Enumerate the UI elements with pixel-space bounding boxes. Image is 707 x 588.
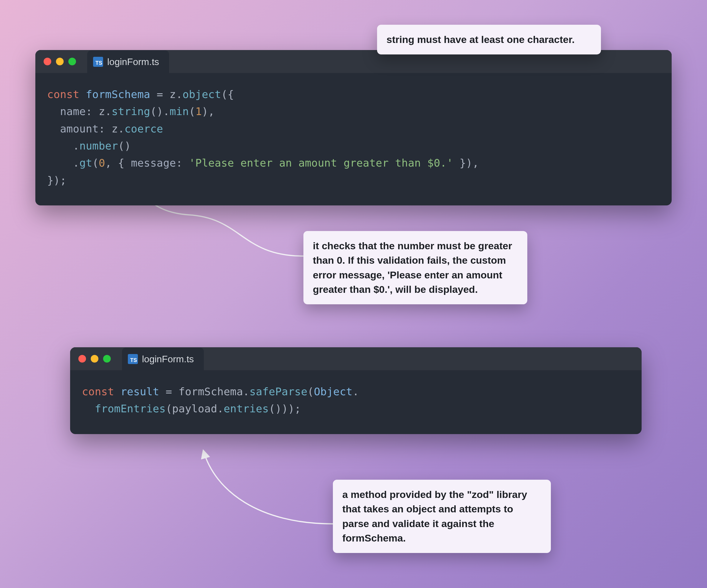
punct: ({ xyxy=(221,88,234,100)
canvas: TS loginForm.ts const formSchema = z.obj… xyxy=(0,0,707,588)
traffic-lights xyxy=(44,58,76,65)
punct: ( xyxy=(92,157,99,169)
punct: . xyxy=(352,385,359,398)
close-icon[interactable] xyxy=(78,355,86,363)
zoom-icon[interactable] xyxy=(68,58,76,65)
callout-text: it checks that the number must be greate… xyxy=(313,240,512,295)
punct: }), xyxy=(453,157,479,169)
method-safeParse: safeParse xyxy=(249,385,308,398)
file-tab[interactable]: TS loginForm.ts xyxy=(122,347,204,370)
zoom-icon[interactable] xyxy=(103,355,111,363)
punct: ), xyxy=(202,105,215,117)
method-object: object xyxy=(182,88,221,100)
prop-name: name xyxy=(60,105,86,117)
punct: (). xyxy=(150,105,170,117)
typescript-icon: TS xyxy=(93,57,103,67)
code-window-2: TS loginForm.ts const result = formSchem… xyxy=(70,347,642,434)
punct: : xyxy=(176,157,189,169)
close-icon[interactable] xyxy=(44,58,51,65)
indent xyxy=(47,123,60,135)
punct: = z. xyxy=(150,88,182,100)
string-literal: 'Please enter an amount greater than $0.… xyxy=(189,157,453,169)
method-string: string xyxy=(112,105,150,117)
code-window-1: TS loginForm.ts const formSchema = z.obj… xyxy=(35,50,672,206)
punct: , { xyxy=(105,157,131,169)
callout-text: string must have at least one character. xyxy=(386,34,575,45)
punct: ())); xyxy=(269,403,301,415)
traffic-lights xyxy=(78,355,111,363)
ident-result: result xyxy=(121,385,159,398)
typescript-icon: TS xyxy=(128,354,138,364)
prop-amount: amount xyxy=(60,123,99,135)
method-gt: gt xyxy=(79,157,92,169)
punct: }); xyxy=(47,174,67,186)
method-fromEntries: fromEntries xyxy=(95,403,166,415)
punct: (payload. xyxy=(166,403,224,415)
punct: : z. xyxy=(99,123,125,135)
method-min: min xyxy=(170,105,189,117)
indent: . xyxy=(47,157,79,169)
callout-2: it checks that the number must be greate… xyxy=(303,231,527,304)
punct: : z. xyxy=(86,105,112,117)
tab-filename: loginForm.ts xyxy=(142,354,194,365)
callout-text: a method provided by the "zod" library t… xyxy=(342,489,527,544)
file-tab[interactable]: TS loginForm.ts xyxy=(87,50,169,73)
indent xyxy=(82,403,95,415)
minimize-icon[interactable] xyxy=(91,355,98,363)
prop-message: message xyxy=(131,157,176,169)
ident-Object: Object xyxy=(314,385,352,398)
num-0: 0 xyxy=(99,157,105,169)
num-1: 1 xyxy=(195,105,202,117)
method-coerce: coerce xyxy=(125,123,163,135)
indent: . xyxy=(47,140,79,152)
punct: ( xyxy=(308,385,314,398)
tab-filename: loginForm.ts xyxy=(107,57,159,67)
method-number: number xyxy=(79,140,118,152)
callout-3: a method provided by the "zod" library t… xyxy=(333,480,551,553)
kw-const: const xyxy=(47,88,79,100)
punct: ( xyxy=(189,105,195,117)
titlebar: TS loginForm.ts xyxy=(70,347,642,370)
code-block-1: const formSchema = z.object({ name: z.st… xyxy=(35,73,672,206)
callout-1: string must have at least one character. xyxy=(377,25,601,54)
indent xyxy=(47,105,60,117)
minimize-icon[interactable] xyxy=(56,58,64,65)
code-block-2: const result = formSchema.safeParse(Obje… xyxy=(70,370,642,434)
method-entries: entries xyxy=(224,403,269,415)
punct: = formSchema. xyxy=(159,385,249,398)
kw-const: const xyxy=(82,385,114,398)
punct: () xyxy=(118,140,131,152)
ident-formSchema: formSchema xyxy=(86,88,150,100)
